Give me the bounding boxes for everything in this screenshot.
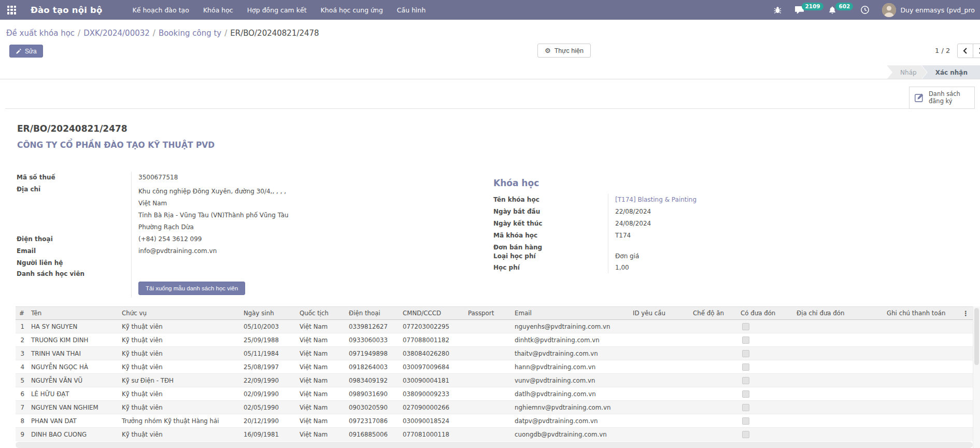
cell-pickup-address[interactable]	[794, 360, 884, 374]
pager-next-button[interactable]	[973, 44, 980, 58]
cell-name[interactable]: NGUYEN VAN NGHIEM	[29, 401, 119, 414]
pickup-checkbox[interactable]	[742, 350, 749, 357]
cell-name[interactable]: DINH BAO CUONG	[29, 428, 119, 441]
course-name-value[interactable]: [T174] Blasting & Painting	[608, 194, 815, 206]
notifications-bell-icon[interactable]: 602	[828, 6, 836, 15]
column-header-10[interactable]: ID yêu cầu	[630, 307, 690, 320]
cell-nationality[interactable]: Việt Nam	[297, 347, 346, 360]
vertical-scrollbar[interactable]	[973, 306, 980, 448]
column-header-6[interactable]: Điện thoại	[346, 307, 400, 320]
cell-role[interactable]: Trưởng nhóm Kỹ thuật Hàng hải	[119, 414, 241, 428]
column-header-1[interactable]: #	[16, 307, 29, 320]
cell-meal[interactable]	[690, 347, 738, 360]
cell-pickup-address[interactable]	[794, 428, 884, 441]
cell-birthdate[interactable]: 20/12/1990	[241, 414, 297, 428]
phone-value[interactable]: (+84) 254 3612 099	[131, 233, 328, 245]
column-header-9[interactable]: Email	[512, 307, 630, 320]
horizontal-scrollbar[interactable]	[16, 442, 973, 448]
cell-role[interactable]: Kỹ thuật viên	[119, 387, 241, 401]
cell-payment-note[interactable]	[884, 374, 959, 387]
vertical-scrollbar-thumb[interactable]	[974, 308, 979, 365]
cell-email[interactable]: thaitv@pvdtraining.com.vn	[512, 347, 630, 360]
cell-pickup-address[interactable]	[794, 414, 884, 428]
cell-nationality[interactable]: Việt Nam	[297, 414, 346, 428]
cell-meal[interactable]	[690, 374, 738, 387]
start-date-value[interactable]: 22/08/2024	[608, 206, 815, 218]
menu-item-4[interactable]: Khoá học cung ứng	[321, 6, 383, 14]
cell-meal[interactable]	[690, 360, 738, 374]
cell-id-card[interactable]: 030090018524	[400, 414, 465, 428]
apps-menu-icon[interactable]	[7, 6, 16, 15]
cell-request-id[interactable]	[630, 320, 690, 333]
cell-birthdate[interactable]: 02/09/1990	[241, 387, 297, 401]
end-date-value[interactable]: 24/08/2024	[608, 218, 815, 230]
cell-phone[interactable]: 0903020590	[346, 401, 400, 414]
cell-email[interactable]: hann@pvdtraining.com.vn	[512, 360, 630, 374]
cell-nationality[interactable]: Việt Nam	[297, 401, 346, 414]
registration-list-smart-button[interactable]: Danh sách đăng ký	[909, 87, 975, 109]
address-value[interactable]: Khu công nghiệp Đông Xuyên, đường 30/4,,…	[131, 184, 328, 233]
cell-meal[interactable]	[690, 401, 738, 414]
cell-role[interactable]: Kỹ thuật viên	[119, 428, 241, 441]
cell-name[interactable]: PHAN VAN DAT	[29, 414, 119, 428]
pickup-checkbox[interactable]	[742, 337, 749, 344]
cell-meal[interactable]	[690, 387, 738, 401]
column-header-7[interactable]: CMND/CCCD	[400, 307, 465, 320]
column-header-14[interactable]: Ghi chú thanh toán	[884, 307, 959, 320]
cell-role[interactable]: Kỹ thuật viên	[119, 333, 241, 347]
breadcrumb-link-1[interactable]: Đề xuất khóa học	[6, 29, 75, 38]
breadcrumb-link-3[interactable]: Booking công ty	[159, 29, 221, 38]
user-menu[interactable]: Duy enmasys (pvd_pro	[900, 6, 975, 14]
cell-pickup-address[interactable]	[794, 374, 884, 387]
cell-passport[interactable]	[465, 360, 512, 374]
cell-nationality[interactable]: Việt Nam	[297, 428, 346, 441]
tax-code-value[interactable]: 3500677518	[131, 172, 328, 184]
contact-person-value[interactable]	[131, 257, 328, 269]
cell-name[interactable]: NGUYỄN VĂN VŨ	[29, 374, 119, 387]
cell-nationality[interactable]: Việt Nam	[297, 374, 346, 387]
cell-id-card[interactable]: 038084026280	[400, 347, 465, 360]
cell-request-id[interactable]	[630, 360, 690, 374]
pickup-checkbox[interactable]	[742, 363, 749, 371]
cell-meal[interactable]	[690, 320, 738, 333]
cell-name[interactable]: LÊ HỮU ĐẠT	[29, 387, 119, 401]
cell-payment-note[interactable]	[884, 401, 959, 414]
messages-icon[interactable]: 2109	[794, 6, 804, 15]
cell-phone[interactable]: 0972317086	[346, 414, 400, 428]
course-code-value[interactable]: T174	[608, 230, 815, 242]
cell-id-card[interactable]: 038090009233	[400, 387, 465, 401]
cell-role[interactable]: Kỹ thuật viên	[119, 360, 241, 374]
cell-email[interactable]: nghiemnv@pvdtraining.com.vn	[512, 401, 630, 414]
optional-columns-toggle-icon[interactable]: ⋮	[959, 307, 973, 320]
cell-payment-note[interactable]	[884, 387, 959, 401]
cell-id-card[interactable]: 077088001182	[400, 333, 465, 347]
cell-request-id[interactable]	[630, 414, 690, 428]
company-name[interactable]: CÔNG TY CỔ PHẦN ĐÀO TẠO KỸ THUẬT PVD	[17, 141, 215, 150]
cell-meal[interactable]	[690, 333, 738, 347]
cell-nationality[interactable]: Việt Nam	[297, 333, 346, 347]
cell-payment-note[interactable]	[884, 428, 959, 441]
cell-request-id[interactable]	[630, 333, 690, 347]
cell-id-card[interactable]: 077081000118	[400, 428, 465, 441]
cell-nationality[interactable]: Việt Nam	[297, 320, 346, 333]
cell-phone[interactable]: 0989031690	[346, 387, 400, 401]
pickup-checkbox[interactable]	[742, 377, 749, 384]
cell-email[interactable]: vunv@pvdtraining.com.vn	[512, 374, 630, 387]
cell-email[interactable]: cuongdb@pvdtraining.com.vn	[512, 428, 630, 441]
cell-phone[interactable]: 0983409192	[346, 374, 400, 387]
cell-passport[interactable]	[465, 401, 512, 414]
cell-pickup-address[interactable]	[794, 320, 884, 333]
cell-request-id[interactable]	[630, 347, 690, 360]
cell-name[interactable]: TRUONG KIM DINH	[29, 333, 119, 347]
cell-payment-note[interactable]	[884, 414, 959, 428]
cell-phone[interactable]: 0971949898	[346, 347, 400, 360]
column-header-4[interactable]: Ngày sinh	[241, 307, 297, 320]
cell-phone[interactable]: 0918264003	[346, 360, 400, 374]
cell-id-card[interactable]: 027090000266	[400, 401, 465, 414]
menu-item-2[interactable]: Khóa học	[203, 6, 233, 14]
cell-nationality[interactable]: Việt Nam	[297, 387, 346, 401]
cell-pickup-address[interactable]	[794, 387, 884, 401]
cell-email[interactable]: dinhtk@pvdtraining.com.vn	[512, 333, 630, 347]
cell-birthdate[interactable]: 05/11/1984	[241, 347, 297, 360]
cell-name[interactable]: NGUYỄN NGỌC HÀ	[29, 360, 119, 374]
